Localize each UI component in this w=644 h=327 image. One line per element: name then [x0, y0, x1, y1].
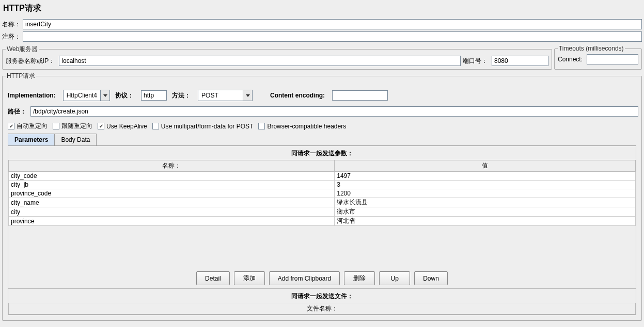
param-name-cell[interactable]: city_name — [9, 198, 335, 207]
multipart-label: Use multipart/form-data for POST — [161, 123, 254, 130]
chevron-down-icon[interactable] — [243, 90, 252, 101]
name-label: 名称： — [2, 20, 23, 29]
method-label: 方法： — [172, 91, 193, 100]
checkbox-icon — [8, 123, 14, 129]
http-request-legend: HTTP请求 — [6, 72, 36, 80]
checkbox-icon — [53, 123, 59, 129]
name-input[interactable] — [23, 19, 642, 29]
delete-button[interactable]: 删除 — [344, 271, 375, 285]
method-value: POST — [198, 90, 243, 101]
protocol-label: 协议： — [115, 91, 136, 100]
col-value-header[interactable]: 值 — [335, 160, 636, 172]
encoding-label: Content encoding: — [270, 92, 327, 99]
method-select[interactable]: POST — [198, 90, 253, 101]
detail-button[interactable]: Detail — [196, 271, 230, 285]
keepalive-checkbox[interactable]: Use KeepAlive — [98, 123, 147, 130]
col-name-header[interactable]: 名称： — [9, 160, 335, 172]
page-title: HTTP请求 — [2, 1, 642, 18]
param-name-cell[interactable]: province_code — [9, 189, 335, 198]
auto-redirect-checkbox[interactable]: 自动重定向 — [8, 122, 48, 130]
path-input[interactable] — [30, 106, 638, 117]
up-button[interactable]: Up — [379, 271, 410, 285]
server-name-label: 服务器名称或IP： — [6, 57, 57, 66]
param-value-cell[interactable]: 绿水长流县 — [335, 198, 636, 207]
port-input[interactable] — [492, 56, 548, 66]
browser-compat-label: Browser-compatible headers — [267, 123, 346, 130]
param-value-cell[interactable]: 3 — [335, 181, 636, 189]
param-value-cell[interactable]: 衡水市 — [335, 207, 636, 217]
browser-compat-checkbox[interactable]: Browser-compatible headers — [258, 123, 346, 130]
http-request-fieldset: HTTP请求 Implementation: HttpClient4 协议： 方… — [2, 72, 642, 321]
table-row[interactable]: province河北省 — [9, 217, 636, 226]
auto-redirect-label: 自动重定向 — [17, 122, 48, 130]
follow-redirect-label: 跟随重定向 — [61, 122, 92, 130]
timeouts-legend: Timeouts (milliseconds) — [558, 45, 625, 52]
follow-redirect-checkbox[interactable]: 跟随重定向 — [53, 122, 92, 130]
param-value-cell[interactable]: 河北省 — [335, 217, 636, 226]
files-table[interactable]: 文件名称： — [8, 303, 636, 315]
table-row[interactable]: city_code1497 — [9, 172, 636, 181]
comment-input[interactable] — [23, 31, 642, 42]
checkbox-icon — [258, 123, 265, 129]
checkbox-icon — [98, 123, 104, 129]
param-value-cell[interactable]: 1200 — [335, 189, 636, 198]
table-row[interactable]: city_name绿水长流县 — [9, 198, 636, 207]
server-name-input[interactable] — [59, 56, 461, 66]
param-name-cell[interactable]: province — [9, 217, 335, 226]
implementation-select[interactable]: HttpClient4 — [63, 90, 110, 101]
table-row[interactable]: province_code1200 — [9, 189, 636, 198]
encoding-input[interactable] — [332, 90, 388, 101]
multipart-checkbox[interactable]: Use multipart/form-data for POST — [152, 123, 254, 130]
parameters-table[interactable]: 名称： 值 city_code1497city_jb3province_code… — [8, 160, 636, 226]
down-button[interactable]: Down — [414, 271, 448, 285]
web-server-legend: Web服务器 — [6, 45, 39, 54]
col-filename-header[interactable]: 文件名称： — [9, 303, 636, 315]
tab-body-data[interactable]: Body Data — [54, 134, 97, 145]
connect-label: Connect: — [558, 56, 585, 63]
param-value-cell[interactable]: 1497 — [335, 172, 636, 181]
params-section-title: 同请求一起发送参数： — [8, 146, 636, 160]
param-name-cell[interactable]: city — [9, 207, 335, 217]
files-section-title: 同请求一起发送文件： — [8, 289, 636, 303]
connect-input[interactable] — [587, 54, 638, 64]
param-name-cell[interactable]: city_jb — [9, 181, 335, 189]
comment-label: 注释： — [2, 32, 23, 41]
timeouts-fieldset: Timeouts (milliseconds) Connect: — [554, 45, 642, 70]
implementation-label: Implementation: — [8, 92, 58, 99]
param-name-cell[interactable]: city_code — [9, 172, 335, 181]
keepalive-label: Use KeepAlive — [106, 123, 147, 130]
port-label: 端口号： — [463, 57, 490, 66]
protocol-input[interactable] — [141, 90, 167, 101]
tab-parameters[interactable]: Parameters — [8, 134, 55, 145]
checkbox-icon — [152, 123, 159, 129]
parameters-panel: 同请求一起发送参数： 名称： 值 city_code1497city_jb3pr… — [8, 145, 636, 315]
add-button[interactable]: 添加 — [234, 271, 265, 285]
add-from-clipboard-button[interactable]: Add from Clipboard — [269, 271, 340, 285]
table-row[interactable]: city衡水市 — [9, 207, 636, 217]
web-server-fieldset: Web服务器 服务器名称或IP： 端口号： — [2, 45, 552, 70]
path-label: 路径： — [8, 107, 28, 116]
implementation-value: HttpClient4 — [64, 90, 100, 101]
chevron-down-icon[interactable] — [100, 90, 109, 101]
table-row[interactable]: city_jb3 — [9, 181, 636, 189]
